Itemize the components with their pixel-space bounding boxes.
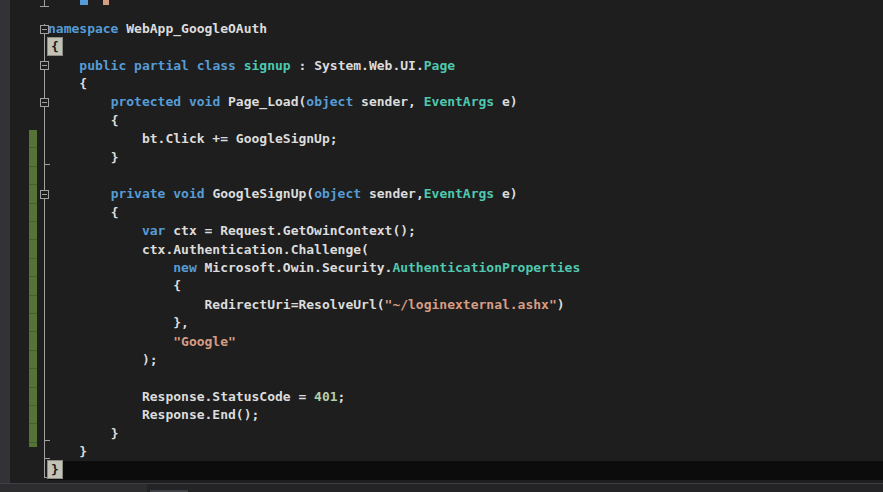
code-token: Response.StatusCode = bbox=[142, 389, 314, 404]
code-token: } bbox=[111, 426, 119, 441]
code-line[interactable]: "Google" bbox=[48, 333, 236, 351]
code-token: bt.Click += GoogleSignUp; bbox=[142, 131, 338, 146]
minus-icon bbox=[42, 29, 47, 30]
code-line[interactable]: ctx.Authentication.Challenge( bbox=[48, 241, 369, 259]
code-line[interactable]: var ctx = Request.GetOwinContext(); bbox=[48, 222, 416, 240]
code-token: void bbox=[189, 94, 220, 109]
minus-icon bbox=[42, 65, 47, 66]
code-line[interactable]: Response.StatusCode = 401; bbox=[48, 388, 345, 406]
code-token: sender, bbox=[353, 94, 423, 109]
code-line[interactable]: ); bbox=[48, 351, 158, 369]
code-token: Response.End(); bbox=[142, 407, 259, 422]
code-token: private bbox=[111, 186, 166, 201]
code-line[interactable]: private void GoogleSignUp(object sender,… bbox=[48, 185, 518, 203]
code-token: } bbox=[111, 150, 119, 165]
code-token: void bbox=[173, 186, 204, 201]
code-line[interactable]: } bbox=[48, 425, 118, 443]
code-line[interactable]: Response.End(); bbox=[48, 406, 259, 424]
code-token: e) bbox=[494, 94, 517, 109]
matched-brace: } bbox=[48, 461, 62, 478]
code-token: WebApp_GoogleOAuth bbox=[118, 21, 267, 36]
code-token bbox=[236, 58, 244, 73]
clipped-text-fragment bbox=[80, 0, 88, 5]
clipped-text-fragment bbox=[103, 0, 109, 5]
code-token: e) bbox=[494, 186, 517, 201]
code-line[interactable]: RedirectUri=ResolveUrl("~/loginexternal.… bbox=[48, 296, 565, 314]
code-token: ); bbox=[142, 352, 158, 367]
code-line[interactable]: new Microsoft.Owin.Security.Authenticati… bbox=[48, 259, 580, 277]
code-token bbox=[189, 58, 197, 73]
code-token: "Google" bbox=[173, 334, 236, 349]
code-token: new bbox=[173, 260, 196, 275]
code-line[interactable]: } bbox=[48, 461, 62, 479]
code-token: var bbox=[142, 223, 165, 238]
code-line[interactable]: public partial class signup : System.Web… bbox=[48, 57, 455, 75]
code-editor[interactable]: namespace WebApp_GoogleOAuth{ public par… bbox=[0, 0, 883, 492]
code-line[interactable]: protected void Page_Load(object sender, … bbox=[48, 93, 518, 111]
horizontal-scrollbar-thumb[interactable] bbox=[0, 484, 147, 492]
code-line[interactable]: } bbox=[48, 149, 118, 167]
code-token: partial bbox=[134, 58, 189, 73]
code-token: Microsoft.Owin.Security. bbox=[197, 260, 393, 275]
code-line[interactable]: { bbox=[48, 204, 118, 222]
code-token: { bbox=[79, 76, 87, 91]
code-line[interactable]: { bbox=[48, 75, 87, 93]
code-token: ctx.Authentication.Challenge( bbox=[142, 242, 369, 257]
fold-connector-line bbox=[44, 24, 45, 477]
code-line[interactable]: { bbox=[48, 38, 62, 56]
track-changes-bar bbox=[29, 130, 37, 447]
code-token: }, bbox=[173, 315, 189, 330]
code-token: Page_Load( bbox=[220, 94, 306, 109]
code-token: EventArgs bbox=[424, 94, 494, 109]
code-token: 401 bbox=[314, 389, 337, 404]
code-token: Page bbox=[424, 58, 455, 73]
code-line[interactable]: namespace WebApp_GoogleOAuth bbox=[48, 20, 267, 38]
code-token bbox=[181, 94, 189, 109]
minus-icon bbox=[42, 194, 47, 195]
code-line[interactable]: bt.Click += GoogleSignUp; bbox=[48, 130, 338, 148]
code-line[interactable]: { bbox=[48, 277, 181, 295]
code-token: } bbox=[79, 444, 87, 459]
code-token: ) bbox=[557, 297, 565, 312]
matched-brace: { bbox=[48, 38, 62, 55]
code-line[interactable]: } bbox=[48, 443, 87, 461]
code-token: { bbox=[111, 205, 119, 220]
code-line[interactable]: }, bbox=[48, 314, 189, 332]
code-token: namespace bbox=[48, 21, 118, 36]
code-line[interactable]: { bbox=[48, 112, 118, 130]
current-line-highlight bbox=[48, 461, 883, 480]
code-token bbox=[126, 58, 134, 73]
code-token: object bbox=[314, 186, 361, 201]
code-token: { bbox=[173, 278, 181, 293]
code-token: sender, bbox=[361, 186, 424, 201]
code-token: RedirectUri=ResolveUrl( bbox=[205, 297, 385, 312]
code-token: object bbox=[306, 94, 353, 109]
code-token: "~/loginexternal.ashx" bbox=[385, 297, 557, 312]
breakpoint-margin[interactable] bbox=[0, 0, 10, 483]
code-token: ctx = Request.GetOwinContext(); bbox=[165, 223, 415, 238]
code-token: : System.Web.UI. bbox=[291, 58, 424, 73]
code-token: class bbox=[197, 58, 236, 73]
code-token: AuthenticationProperties bbox=[392, 260, 580, 275]
fold-end-tick bbox=[40, 6, 49, 7]
code-token: protected bbox=[111, 94, 181, 109]
code-token: ; bbox=[338, 389, 346, 404]
code-token: public bbox=[79, 58, 126, 73]
code-token: signup bbox=[244, 58, 291, 73]
code-token: EventArgs bbox=[424, 186, 494, 201]
code-token: { bbox=[111, 113, 119, 128]
minus-icon bbox=[42, 102, 47, 103]
code-token: GoogleSignUp( bbox=[205, 186, 315, 201]
